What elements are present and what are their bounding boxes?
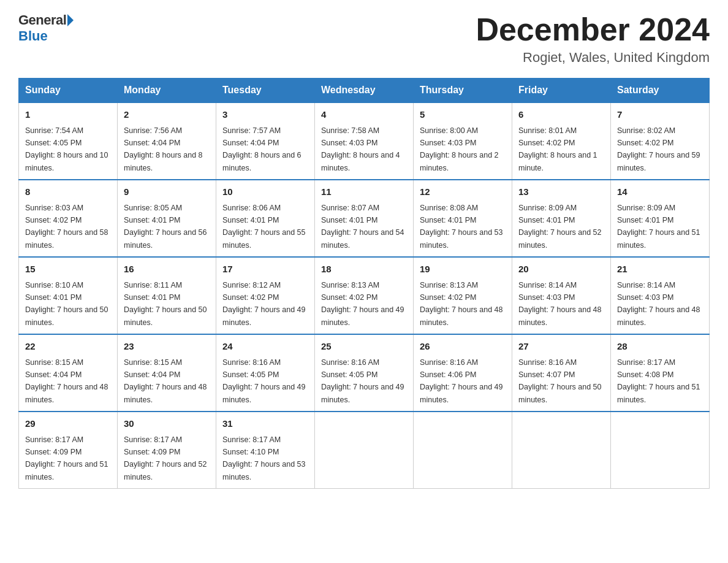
day-info: Sunrise: 8:14 AMSunset: 4:03 PMDaylight:… <box>518 281 602 327</box>
table-row: 3 Sunrise: 7:57 AMSunset: 4:04 PMDayligh… <box>216 102 315 180</box>
table-row: 17 Sunrise: 8:12 AMSunset: 4:02 PMDaylig… <box>216 257 315 334</box>
calendar-header-row: Sunday Monday Tuesday Wednesday Thursday… <box>19 79 710 103</box>
header-thursday: Thursday <box>414 79 512 103</box>
day-number: 6 <box>518 108 604 122</box>
day-number: 1 <box>25 108 111 122</box>
table-row: 24 Sunrise: 8:16 AMSunset: 4:05 PMDaylig… <box>216 334 315 412</box>
table-row: 7 Sunrise: 8:02 AMSunset: 4:02 PMDayligh… <box>611 102 710 180</box>
day-info: Sunrise: 8:17 AMSunset: 4:10 PMDaylight:… <box>222 435 306 481</box>
header-wednesday: Wednesday <box>315 79 414 103</box>
header-friday: Friday <box>512 79 611 103</box>
table-row: 15 Sunrise: 8:10 AMSunset: 4:01 PMDaylig… <box>19 257 118 334</box>
logo-arrow-icon <box>67 14 74 26</box>
page-header: General Blue December 2024 Rogiet, Wales… <box>18 12 710 66</box>
header-tuesday: Tuesday <box>216 79 315 103</box>
day-number: 31 <box>222 417 308 431</box>
table-row: 28 Sunrise: 8:17 AMSunset: 4:08 PMDaylig… <box>611 334 710 412</box>
day-number: 20 <box>518 262 604 277</box>
table-row: 4 Sunrise: 7:58 AMSunset: 4:03 PMDayligh… <box>315 102 414 180</box>
logo-general-text: General <box>18 12 66 28</box>
table-row <box>414 412 512 489</box>
day-number: 10 <box>222 185 308 199</box>
table-row: 21 Sunrise: 8:14 AMSunset: 4:03 PMDaylig… <box>611 257 710 334</box>
header-sunday: Sunday <box>19 79 118 103</box>
day-info: Sunrise: 8:09 AMSunset: 4:01 PMDaylight:… <box>617 204 700 250</box>
table-row: 11 Sunrise: 8:07 AMSunset: 4:01 PMDaylig… <box>315 180 414 257</box>
day-info: Sunrise: 8:16 AMSunset: 4:07 PMDaylight:… <box>518 358 602 404</box>
day-number: 21 <box>617 262 703 277</box>
day-info: Sunrise: 8:17 AMSunset: 4:08 PMDaylight:… <box>617 358 700 404</box>
day-info: Sunrise: 8:01 AMSunset: 4:02 PMDaylight:… <box>518 126 597 172</box>
location-subtitle: Rogiet, Wales, United Kingdom <box>476 50 710 66</box>
table-row: 26 Sunrise: 8:16 AMSunset: 4:06 PMDaylig… <box>414 334 512 412</box>
table-row: 1 Sunrise: 7:54 AMSunset: 4:05 PMDayligh… <box>19 102 118 180</box>
day-number: 22 <box>25 340 111 354</box>
calendar-week-3: 15 Sunrise: 8:10 AMSunset: 4:01 PMDaylig… <box>19 257 710 334</box>
day-info: Sunrise: 8:00 AMSunset: 4:03 PMDaylight:… <box>420 126 499 172</box>
table-row: 19 Sunrise: 8:13 AMSunset: 4:02 PMDaylig… <box>414 257 512 334</box>
table-row: 12 Sunrise: 8:08 AMSunset: 4:01 PMDaylig… <box>414 180 512 257</box>
day-number: 17 <box>222 262 308 277</box>
day-info: Sunrise: 8:13 AMSunset: 4:02 PMDaylight:… <box>321 281 404 327</box>
table-row: 5 Sunrise: 8:00 AMSunset: 4:03 PMDayligh… <box>414 102 512 180</box>
day-info: Sunrise: 8:03 AMSunset: 4:02 PMDaylight:… <box>25 204 108 250</box>
day-info: Sunrise: 7:56 AMSunset: 4:04 PMDaylight:… <box>124 126 203 172</box>
day-number: 11 <box>321 185 407 199</box>
day-number: 13 <box>518 185 604 199</box>
day-info: Sunrise: 8:15 AMSunset: 4:04 PMDaylight:… <box>124 358 207 404</box>
table-row <box>512 412 611 489</box>
day-info: Sunrise: 8:16 AMSunset: 4:05 PMDaylight:… <box>222 358 306 404</box>
day-number: 3 <box>222 108 308 122</box>
day-info: Sunrise: 8:10 AMSunset: 4:01 PMDaylight:… <box>25 281 108 327</box>
day-info: Sunrise: 7:58 AMSunset: 4:03 PMDaylight:… <box>321 126 400 172</box>
day-info: Sunrise: 8:11 AMSunset: 4:01 PMDaylight:… <box>124 281 207 327</box>
day-number: 30 <box>124 417 210 431</box>
table-row <box>315 412 414 489</box>
calendar-table: Sunday Monday Tuesday Wednesday Thursday… <box>18 78 710 489</box>
table-row: 10 Sunrise: 8:06 AMSunset: 4:01 PMDaylig… <box>216 180 315 257</box>
logo: General Blue <box>18 12 74 44</box>
day-number: 5 <box>420 108 506 122</box>
day-info: Sunrise: 8:09 AMSunset: 4:01 PMDaylight:… <box>518 204 602 250</box>
day-number: 9 <box>124 185 210 199</box>
day-info: Sunrise: 8:17 AMSunset: 4:09 PMDaylight:… <box>124 435 207 481</box>
day-info: Sunrise: 8:07 AMSunset: 4:01 PMDaylight:… <box>321 204 404 250</box>
day-info: Sunrise: 8:02 AMSunset: 4:02 PMDaylight:… <box>617 126 700 172</box>
table-row: 13 Sunrise: 8:09 AMSunset: 4:01 PMDaylig… <box>512 180 611 257</box>
day-info: Sunrise: 8:16 AMSunset: 4:06 PMDaylight:… <box>420 358 503 404</box>
day-number: 16 <box>124 262 210 277</box>
day-info: Sunrise: 8:15 AMSunset: 4:04 PMDaylight:… <box>25 358 108 404</box>
day-info: Sunrise: 7:54 AMSunset: 4:05 PMDaylight:… <box>25 126 108 172</box>
day-info: Sunrise: 8:06 AMSunset: 4:01 PMDaylight:… <box>222 204 306 250</box>
day-number: 26 <box>420 340 506 354</box>
day-info: Sunrise: 8:05 AMSunset: 4:01 PMDaylight:… <box>124 204 207 250</box>
day-number: 27 <box>518 340 604 354</box>
table-row: 14 Sunrise: 8:09 AMSunset: 4:01 PMDaylig… <box>611 180 710 257</box>
table-row: 18 Sunrise: 8:13 AMSunset: 4:02 PMDaylig… <box>315 257 414 334</box>
table-row <box>611 412 710 489</box>
day-number: 14 <box>617 185 703 199</box>
day-info: Sunrise: 8:08 AMSunset: 4:01 PMDaylight:… <box>420 204 503 250</box>
day-number: 7 <box>617 108 703 122</box>
day-number: 15 <box>25 262 111 277</box>
day-number: 18 <box>321 262 407 277</box>
day-number: 8 <box>25 185 111 199</box>
table-row: 30 Sunrise: 8:17 AMSunset: 4:09 PMDaylig… <box>118 412 216 489</box>
table-row: 16 Sunrise: 8:11 AMSunset: 4:01 PMDaylig… <box>118 257 216 334</box>
calendar-week-1: 1 Sunrise: 7:54 AMSunset: 4:05 PMDayligh… <box>19 102 710 180</box>
table-row: 6 Sunrise: 8:01 AMSunset: 4:02 PMDayligh… <box>512 102 611 180</box>
logo-blue-text: Blue <box>18 28 48 44</box>
table-row: 27 Sunrise: 8:16 AMSunset: 4:07 PMDaylig… <box>512 334 611 412</box>
table-row: 29 Sunrise: 8:17 AMSunset: 4:09 PMDaylig… <box>19 412 118 489</box>
calendar-week-2: 8 Sunrise: 8:03 AMSunset: 4:02 PMDayligh… <box>19 180 710 257</box>
day-number: 24 <box>222 340 308 354</box>
day-number: 29 <box>25 417 111 431</box>
table-row: 31 Sunrise: 8:17 AMSunset: 4:10 PMDaylig… <box>216 412 315 489</box>
header-monday: Monday <box>118 79 216 103</box>
day-info: Sunrise: 8:16 AMSunset: 4:05 PMDaylight:… <box>321 358 404 404</box>
calendar-week-4: 22 Sunrise: 8:15 AMSunset: 4:04 PMDaylig… <box>19 334 710 412</box>
day-info: Sunrise: 8:13 AMSunset: 4:02 PMDaylight:… <box>420 281 503 327</box>
table-row: 22 Sunrise: 8:15 AMSunset: 4:04 PMDaylig… <box>19 334 118 412</box>
table-row: 23 Sunrise: 8:15 AMSunset: 4:04 PMDaylig… <box>118 334 216 412</box>
table-row: 20 Sunrise: 8:14 AMSunset: 4:03 PMDaylig… <box>512 257 611 334</box>
